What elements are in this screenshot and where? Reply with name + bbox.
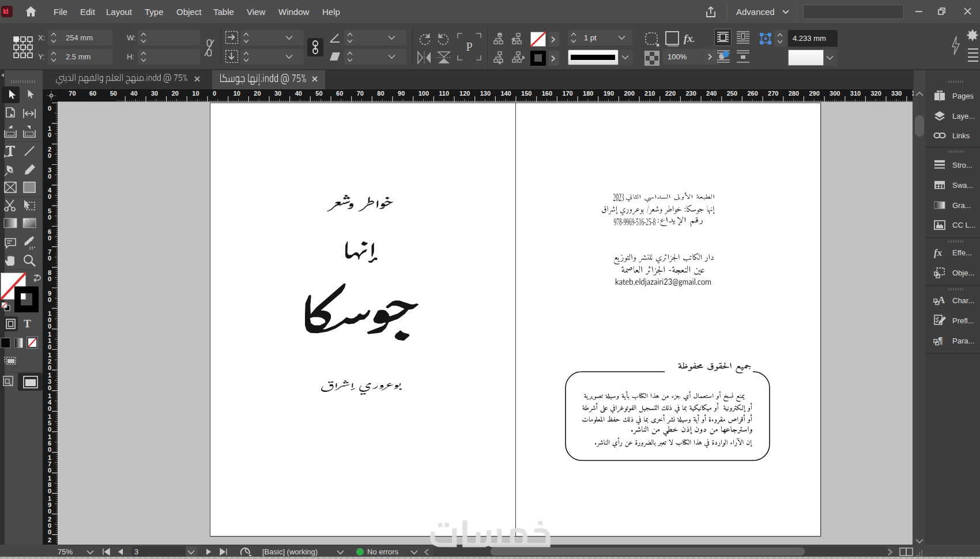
svg-text:fx: fx bbox=[934, 247, 943, 258]
svg-text:P: P bbox=[466, 40, 472, 53]
